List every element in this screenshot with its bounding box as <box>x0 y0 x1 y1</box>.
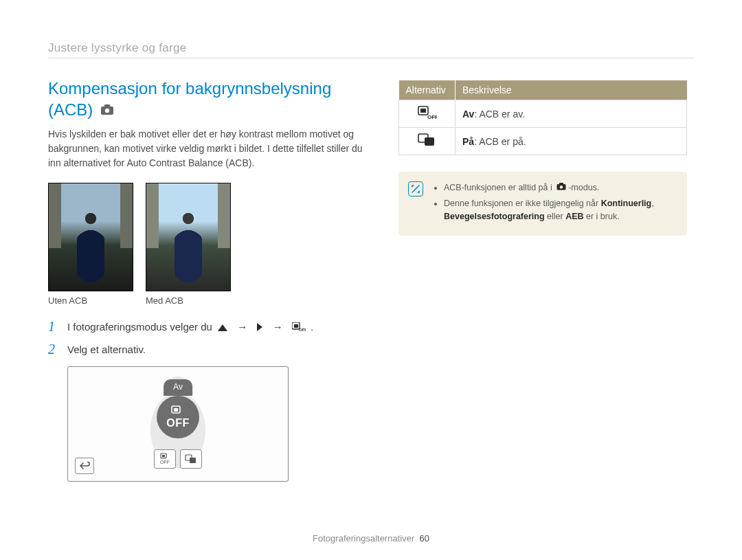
off-text: OFF <box>166 417 190 429</box>
note-text: Denne funksjonen er ikke tilgjengelig nå… <box>444 199 601 208</box>
comparison-row: Uten ACB Med ACB <box>48 183 364 306</box>
step-text: Velg et alternativ. <box>67 342 146 357</box>
step-number: 1 <box>48 320 60 333</box>
section-title: Kompensasjon for bakgrynnsbelysning (ACB… <box>48 78 364 122</box>
note-text: er i bruk. <box>584 212 620 221</box>
footer-label: Fotograferingsalternativer <box>313 533 414 544</box>
note-item: Denne funksjonen er ikke tilgjengelig nå… <box>444 197 676 223</box>
note-icon <box>408 181 423 197</box>
table-row: På: ACB er på. <box>399 128 687 155</box>
thumb-off-label: OFF <box>160 460 170 464</box>
svg-rect-16 <box>425 137 434 146</box>
opt-label: På <box>462 136 474 147</box>
th-description: Beskrivelse <box>456 80 687 100</box>
note-text: , <box>651 199 653 208</box>
svg-rect-9 <box>162 455 165 458</box>
acb-on-icon <box>399 128 456 155</box>
svg-rect-7 <box>174 408 178 412</box>
camera-screenshot: Av OFF OFF <box>67 366 289 482</box>
cell-desc: På: ACB er på. <box>456 128 687 155</box>
step-1: 1 I fotograferingsmodus velger du → → OF… <box>48 320 364 335</box>
compare-image-without <box>48 183 133 291</box>
opt-rest: : ACB er av. <box>474 109 525 120</box>
note-item: ACB-funksjonen er alltid på i -modus. <box>444 181 676 194</box>
svg-rect-13 <box>420 109 426 113</box>
chevron-right-icon <box>256 322 263 334</box>
step-text: I fotograferingsmodus velger du → → OFF … <box>67 320 313 335</box>
page-number: 60 <box>419 533 429 544</box>
acb-off-small-icon: OFF <box>292 322 306 334</box>
section-title-text: Kompensasjon for bakgrynnsbelysning (ACB… <box>48 79 331 119</box>
svg-rect-18 <box>559 183 563 185</box>
camera-mode-icon <box>100 99 114 120</box>
svg-rect-1 <box>104 104 110 107</box>
compare-with: Med ACB <box>146 183 231 306</box>
step-text-suffix: . <box>311 321 313 333</box>
steps-list: 1 I fotograferingsmodus velger du → → OF… <box>48 320 364 357</box>
cell-desc: Av: ACB er av. <box>456 100 687 128</box>
off-badge: OFF <box>157 396 199 438</box>
divider <box>48 58 694 58</box>
option-label-av: Av <box>164 379 192 396</box>
opt-label: Av <box>462 109 474 120</box>
note-text: -modus. <box>568 183 599 192</box>
compare-caption-without: Uten ACB <box>48 295 133 306</box>
th-option: Alternativ <box>399 80 456 100</box>
thumb-on[interactable] <box>180 449 202 469</box>
note-box: ACB-funksjonen er alltid på i -modus. De… <box>398 172 687 236</box>
svg-point-2 <box>105 109 109 113</box>
left-column: Kompensasjon for bakgrynnsbelysning (ACB… <box>48 78 364 482</box>
note-text: ACB-funksjonen er alltid på i <box>444 183 554 192</box>
page-footer: Fotograferingsalternativer 60 <box>0 533 742 544</box>
svg-rect-11 <box>190 458 196 463</box>
thumb-row: OFF <box>154 449 202 469</box>
compare-image-with <box>146 183 231 291</box>
table-row: OFF Av: ACB er av. <box>399 100 687 128</box>
options-table: Alternativ Beskrivelse OFF Av: ACB er av… <box>398 80 687 155</box>
intro-paragraph: Hvis lyskilden er bak motivet eller det … <box>48 127 364 170</box>
opt-rest: : ACB er på. <box>474 136 526 147</box>
note-bold: Bevegelsesfotografering <box>444 212 545 221</box>
arrow-icon: → <box>237 321 247 333</box>
triangle-up-icon <box>217 322 228 334</box>
arrow-icon: → <box>273 321 283 333</box>
svg-rect-4 <box>294 324 298 328</box>
back-button[interactable] <box>75 458 94 474</box>
svg-text:OFF: OFF <box>427 114 437 120</box>
right-column: Alternativ Beskrivelse OFF Av: ACB er av… <box>398 78 687 482</box>
svg-point-19 <box>560 186 563 188</box>
camera-small-icon <box>556 183 566 192</box>
thumb-off[interactable]: OFF <box>154 449 176 469</box>
compare-without: Uten ACB <box>48 183 133 306</box>
step-2: 2 Velg et alternativ. <box>48 342 364 357</box>
note-bold: Kontinuerlig <box>601 199 652 208</box>
note-bold: AEB <box>565 212 583 221</box>
compare-caption-with: Med ACB <box>146 295 231 306</box>
breadcrumb: Justere lysstyrke og farge <box>48 41 694 55</box>
step-number: 2 <box>48 342 60 356</box>
note-list: ACB-funksjonen er alltid på i -modus. De… <box>433 181 676 226</box>
note-text: eller <box>545 212 566 221</box>
acb-off-icon: OFF <box>399 100 456 128</box>
svg-text:OFF: OFF <box>299 328 306 332</box>
step-text-prefix: I fotograferingsmodus velger du <box>67 321 215 333</box>
